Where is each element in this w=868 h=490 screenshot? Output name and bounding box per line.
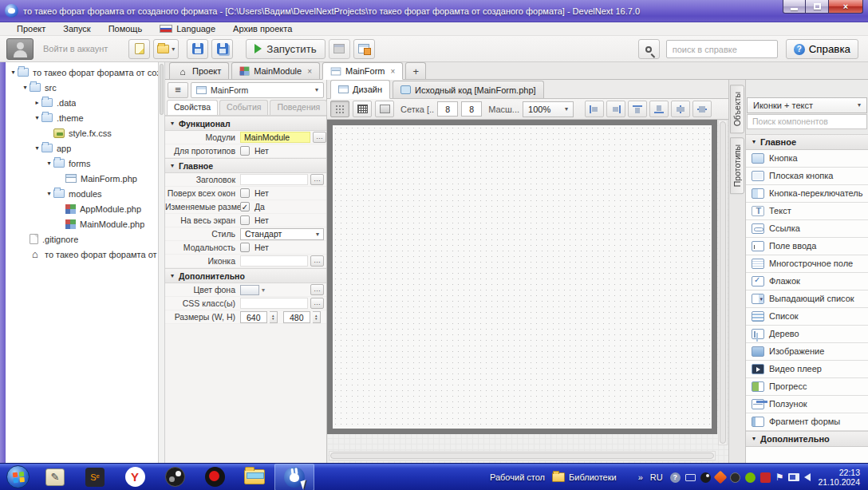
- center-vertical-button[interactable]: [692, 101, 712, 117]
- align-bottom-button[interactable]: [649, 101, 669, 117]
- form-preview[interactable]: [327, 120, 717, 434]
- palette-view-mode-select[interactable]: Иконки + текст ▾: [747, 97, 867, 113]
- chevron-down-icon[interactable]: ▾: [262, 286, 265, 294]
- side-tab-Прототипы[interactable]: Прототипы: [730, 137, 744, 194]
- nvidia-tray-icon[interactable]: [745, 472, 756, 483]
- collapse-arrow-icon[interactable]: ▾: [9, 69, 18, 76]
- collapse-arrow-icon[interactable]: ▾: [33, 114, 41, 121]
- checkbox[interactable]: [240, 215, 250, 225]
- close-icon[interactable]: ×: [307, 67, 312, 76]
- side-tab-Объекты[interactable]: Объекты: [730, 85, 744, 133]
- size-height-input[interactable]: 480: [283, 311, 310, 323]
- section-header[interactable]: ▾Дополнительно: [165, 268, 326, 283]
- canvas-vertical-scrollbar[interactable]: [718, 120, 728, 445]
- palette-section-header[interactable]: ▾Дополнительно: [746, 431, 868, 447]
- component-search-input[interactable]: [747, 114, 867, 130]
- ellipsis-button[interactable]: …: [310, 174, 324, 185]
- align-top-button[interactable]: [628, 101, 647, 117]
- project-tree-scrollbar[interactable]: [159, 62, 165, 463]
- component-item[interactable]: Ползунок: [746, 396, 868, 413]
- ellipsis-button[interactable]: …: [313, 132, 326, 143]
- tab-MainForm[interactable]: MainForm×: [322, 62, 403, 80]
- design-canvas[interactable]: [327, 120, 728, 463]
- target-object-select[interactable]: MainForm ▾: [191, 82, 324, 98]
- component-item[interactable]: Поле ввода: [746, 238, 868, 255]
- grid-dots-button[interactable]: [330, 101, 349, 117]
- tab-Проект[interactable]: ⌂Проект: [169, 62, 229, 79]
- window-manager-button[interactable]: [329, 39, 350, 59]
- zoom-select[interactable]: 100% ▾: [523, 101, 574, 117]
- section-header[interactable]: ▾Главное: [165, 158, 326, 173]
- spinner[interactable]: ▴▾: [270, 311, 278, 323]
- ellipsis-button[interactable]: …: [310, 298, 324, 309]
- menu-item-2[interactable]: Помощь: [100, 22, 152, 35]
- save-button[interactable]: [187, 39, 208, 59]
- paint-taskbar-button[interactable]: ✎: [35, 464, 75, 490]
- tree-item[interactable]: ▾forms: [6, 156, 158, 171]
- run-button[interactable]: Запустить: [246, 39, 325, 59]
- menu-item-4[interactable]: Архив проекта: [224, 22, 301, 35]
- collapse-arrow-icon[interactable]: ▾: [21, 84, 30, 91]
- menu-item-0[interactable]: Проект: [8, 22, 54, 35]
- expand-arrow-icon[interactable]: ▸: [33, 99, 41, 106]
- ellipsis-button[interactable]: …: [310, 284, 324, 295]
- color-swatch[interactable]: [240, 285, 259, 295]
- tree-item[interactable]: ▾то такео форат форамта от созданого фор…: [6, 65, 158, 80]
- checkbox[interactable]: ✓: [240, 202, 250, 211]
- property-value-field[interactable]: MainModule: [240, 132, 310, 143]
- component-item[interactable]: Многострочное поле: [746, 255, 868, 273]
- help-search-button[interactable]: [638, 39, 660, 59]
- new-project-button[interactable]: [128, 39, 150, 59]
- align-left-button[interactable]: [585, 101, 604, 117]
- collapse-arrow-icon[interactable]: ▾: [45, 190, 53, 197]
- component-item[interactable]: Текст: [746, 203, 868, 220]
- title-bar[interactable]: то такео форат форамта от созданого форм…: [0, 0, 868, 22]
- open-project-button[interactable]: ▾: [153, 39, 179, 59]
- palette-section-header[interactable]: ▾Главное: [746, 134, 868, 150]
- collapse-arrow-icon[interactable]: ▾: [45, 160, 53, 167]
- property-value-field[interactable]: [240, 174, 308, 185]
- taskbar-clock[interactable]: 22:13 21.10.2024: [818, 468, 865, 487]
- tree-item[interactable]: ▸.data: [6, 95, 158, 110]
- inspector-tab-Свойства[interactable]: Свойства: [167, 100, 218, 115]
- property-value-field[interactable]: [240, 298, 308, 309]
- tray-overflow-button[interactable]: »: [638, 472, 643, 482]
- scrollbar-thumb[interactable]: [330, 452, 714, 459]
- size-width-input[interactable]: 640: [240, 311, 267, 323]
- tree-item[interactable]: .gitignore: [6, 231, 158, 247]
- develnext-taskbar-button[interactable]: [274, 464, 314, 490]
- component-item[interactable]: Кнопка-переключатель: [746, 185, 868, 203]
- section-header[interactable]: ▾Функционал: [165, 116, 326, 131]
- libraries-window-button[interactable]: Библиотеки: [552, 472, 617, 482]
- disc-tray-icon[interactable]: [730, 472, 740, 483]
- tree-item[interactable]: ▾modules: [6, 186, 158, 201]
- grid-width-input[interactable]: [437, 101, 458, 117]
- canvas-horizontal-scrollbar[interactable]: [329, 451, 716, 460]
- obs-taskbar-button[interactable]: [155, 464, 195, 490]
- scrollbar-thumb[interactable]: [160, 64, 164, 115]
- scrollbar-thumb[interactable]: [720, 121, 726, 444]
- checkbox[interactable]: [240, 188, 250, 198]
- tree-item[interactable]: AppModule.php: [6, 201, 158, 216]
- grid-height-input[interactable]: [461, 101, 482, 117]
- torrent-tray-icon[interactable]: [760, 472, 771, 483]
- yandex-taskbar-button[interactable]: Y: [115, 464, 155, 490]
- sublime-taskbar-button[interactable]: Sᵉ: [75, 464, 115, 490]
- help-button[interactable]: ?Справка: [786, 39, 858, 59]
- help-search-input[interactable]: [666, 40, 778, 58]
- inspector-tab-Поведения[interactable]: Поведения: [270, 100, 327, 115]
- ellipsis-button[interactable]: …: [310, 255, 324, 267]
- component-item[interactable]: Прогресс: [746, 378, 868, 396]
- tree-item[interactable]: MainModule.php: [6, 216, 158, 231]
- component-item[interactable]: Фрагмент формы: [746, 413, 868, 431]
- volume-tray-icon[interactable]: [804, 473, 811, 481]
- component-item[interactable]: Список: [746, 308, 868, 326]
- login-label[interactable]: Войти в аккаунт: [43, 44, 108, 53]
- close-button[interactable]: ×: [829, 0, 863, 14]
- snap-button[interactable]: [375, 101, 394, 117]
- component-item-partial[interactable]: [746, 447, 868, 463]
- checkbox[interactable]: [240, 243, 250, 252]
- component-item[interactable]: Дерево: [746, 326, 868, 343]
- tree-item[interactable]: ▾src: [6, 80, 158, 95]
- spin-down-icon[interactable]: ▾: [272, 317, 274, 320]
